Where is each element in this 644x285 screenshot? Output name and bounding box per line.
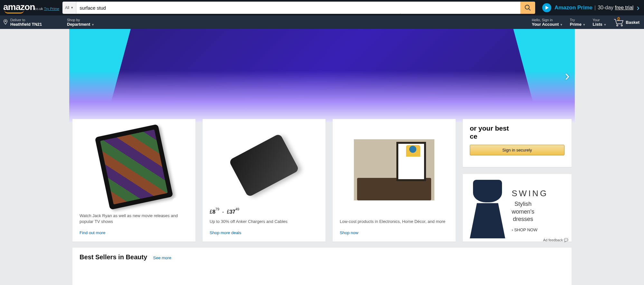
chevron-down-icon: ▼ — [603, 23, 606, 26]
deliver-label: Deliver to — [10, 18, 42, 22]
card-desc: Up to 30% off Anker Chargers and Cables — [210, 219, 318, 225]
ad-shop-link[interactable]: › SHOP NOW — [512, 227, 537, 232]
chevron-down-icon: ▼ — [560, 23, 563, 26]
card-anker-deal: £879 - £3749 Up to 30% off Anker Charger… — [203, 119, 326, 242]
lists-label: Lists — [592, 22, 602, 27]
svg-point-1 — [617, 25, 618, 26]
search-bar: All ▼ surface studio in Computers & Acce… — [62, 2, 535, 14]
card-low-cost: Low-cost products in Electronics, Home D… — [333, 119, 456, 242]
hero-carousel: › — [69, 29, 575, 122]
lists-menu[interactable]: Your Lists ▼ — [592, 18, 606, 27]
search-input[interactable] — [76, 2, 520, 14]
search-button[interactable] — [520, 2, 535, 14]
cards-row: Watch Jack Ryan as well as new movie rel… — [72, 119, 572, 242]
see-more-link[interactable]: See more — [153, 255, 171, 260]
ad-tagline: Stylishwomen'sdresses — [512, 200, 534, 223]
basket[interactable]: 0 Basket — [613, 18, 639, 26]
try-prime-link[interactable]: Try Prime — [44, 7, 59, 11]
card-link[interactable]: Shop now — [340, 230, 449, 235]
card-desc: Watch Jack Ryan as well as new movie rel… — [80, 213, 188, 225]
card-link[interactable]: Find out more — [80, 230, 188, 235]
card-swing-ad[interactable]: SWING Stylishwomen'sdresses › SHOP NOW — [463, 174, 572, 242]
section-title: Best Sellers in Beauty — [80, 253, 147, 261]
speech-bubble-icon: 💬 — [564, 238, 568, 242]
chevron-down-icon: ▼ — [71, 6, 73, 9]
deliver-to[interactable]: Deliver to Heathfield TN21 — [3, 18, 61, 27]
shop-label: Shop by — [67, 18, 94, 22]
logo-text: amazon — [3, 2, 35, 12]
play-icon — [542, 3, 551, 12]
try-label: Try — [570, 18, 586, 22]
card-prime-video: Watch Jack Ryan as well as new movie rel… — [72, 119, 195, 242]
popcorn-icon — [172, 198, 192, 210]
prime-menu[interactable]: Try Prime ▼ — [570, 18, 586, 27]
card-sign-in: or your best ce Sign in securely — [463, 119, 572, 167]
divider: | — [594, 5, 596, 11]
powerbank-icon — [229, 133, 299, 197]
prime-label: Amazon Prime — [554, 5, 592, 11]
ad-brand: SWING — [512, 188, 548, 198]
carousel-next[interactable]: › — [565, 68, 570, 84]
search-category-label: All — [65, 5, 69, 10]
top-nav: amazon.co.uk Try Prime All ▼ surface stu… — [0, 0, 644, 15]
prime-label: Prime — [570, 22, 582, 27]
amazon-logo[interactable]: amazon.co.uk Try Prime — [3, 2, 59, 14]
account-menu[interactable]: Hello, Sign in Your Account ▼ — [532, 18, 563, 27]
basket-label: Basket — [626, 20, 639, 25]
search-category-dropdown[interactable]: All ▼ — [62, 2, 76, 14]
giraffe-icon — [406, 145, 420, 174]
hello-label: Hello, Sign in — [532, 18, 563, 22]
shop-by-department[interactable]: Shop by Department ▼ — [67, 18, 94, 27]
card-link[interactable]: Shop more deals — [210, 230, 318, 235]
your-label: Your — [592, 18, 606, 22]
chevron-down-icon: ▼ — [91, 23, 94, 26]
room-icon — [354, 139, 434, 200]
signin-title-line2: ce — [470, 133, 477, 140]
tablet-icon — [95, 124, 173, 210]
page-content: › Watch Jack Ryan as well as new movie r… — [69, 29, 575, 122]
prime-trial-banner[interactable]: Amazon Prime | 30-day free trial — [542, 3, 633, 12]
search-autocomplete: surface studio in Computers & Accessorie… — [78, 13, 401, 14]
deliver-location: Heathfield TN21 — [10, 22, 42, 27]
ad-feedback-link[interactable]: Ad feedback 💬 — [543, 238, 568, 242]
card-desc: Low-cost products in Electronics, Home D… — [340, 219, 449, 225]
basket-count: 0 — [617, 16, 620, 21]
signin-title-line1: or your best — [470, 124, 509, 132]
sign-in-button[interactable]: Sign in securely — [470, 145, 564, 155]
price-range: £879 - £3749 — [210, 208, 318, 215]
logo-domain: .co.uk — [33, 7, 43, 11]
svg-point-0 — [5, 20, 6, 22]
trial-label: 30-day free trial — [598, 5, 633, 11]
secondary-nav: Deliver to Heathfield TN21 Shop by Depar… — [0, 15, 644, 29]
suggestion-item[interactable]: surface studio — [78, 13, 400, 14]
location-pin-icon — [3, 19, 8, 26]
bestsellers-section: Best Sellers in Beauty See more — [72, 248, 572, 285]
search-icon — [524, 4, 531, 11]
chevron-right-icon[interactable]: › — [637, 3, 639, 13]
account-label: Your Account — [532, 22, 559, 27]
svg-point-2 — [621, 25, 622, 26]
dress-icon — [470, 180, 505, 241]
dept-label: Department — [67, 22, 90, 27]
chevron-down-icon: ▼ — [583, 23, 586, 26]
